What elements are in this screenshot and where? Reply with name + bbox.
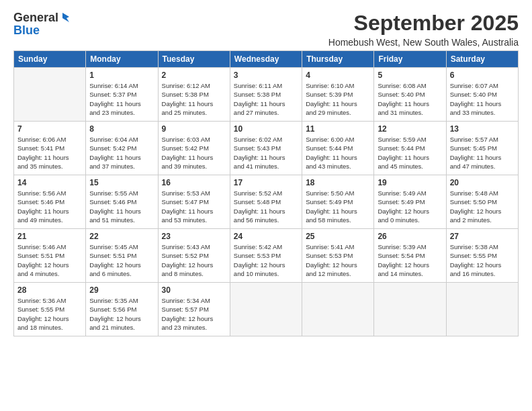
day-number: 26 [378,232,442,241]
day-number: 25 [306,232,370,241]
day-number: 7 [17,124,82,134]
col-header-saturday: Saturday [446,51,518,68]
day-number: 15 [89,178,154,187]
calendar-cell: 13Sunrise: 5:57 AM Sunset: 5:45 PM Dayli… [446,122,518,175]
day-detail: Sunrise: 6:12 AM Sunset: 5:38 PM Dayligh… [162,81,226,117]
calendar-cell: 17Sunrise: 5:52 AM Sunset: 5:48 PM Dayli… [230,175,302,229]
logo-bird-icon [60,11,72,24]
logo: General Blue [13,11,72,38]
calendar-cell [14,68,86,122]
day-detail: Sunrise: 6:02 AM Sunset: 5:43 PM Dayligh… [234,135,298,171]
col-header-wednesday: Wednesday [230,51,302,68]
day-detail: Sunrise: 6:08 AM Sunset: 5:40 PM Dayligh… [378,81,442,117]
day-detail: Sunrise: 6:14 AM Sunset: 5:37 PM Dayligh… [89,81,154,117]
day-detail: Sunrise: 6:10 AM Sunset: 5:39 PM Dayligh… [306,81,370,117]
calendar-cell: 9Sunrise: 6:03 AM Sunset: 5:42 PM Daylig… [158,122,230,175]
svg-marker-0 [62,13,69,22]
col-header-tuesday: Tuesday [158,51,230,68]
calendar-cell: 18Sunrise: 5:50 AM Sunset: 5:49 PM Dayli… [302,175,374,229]
day-detail: Sunrise: 6:07 AM Sunset: 5:40 PM Dayligh… [450,81,515,117]
day-detail: Sunrise: 6:00 AM Sunset: 5:44 PM Dayligh… [306,135,370,171]
day-detail: Sunrise: 5:57 AM Sunset: 5:45 PM Dayligh… [450,135,515,171]
page-container: General Blue September 2025 Homebush Wes… [0,0,532,343]
calendar-cell: 30Sunrise: 5:34 AM Sunset: 5:57 PM Dayli… [158,283,230,336]
calendar-cell: 5Sunrise: 6:08 AM Sunset: 5:40 PM Daylig… [374,68,446,122]
day-number: 2 [162,71,226,80]
calendar-cell: 25Sunrise: 5:41 AM Sunset: 5:53 PM Dayli… [302,229,374,283]
day-number: 14 [17,178,82,187]
calendar-cell: 24Sunrise: 5:42 AM Sunset: 5:53 PM Dayli… [230,229,302,283]
day-detail: Sunrise: 5:34 AM Sunset: 5:57 PM Dayligh… [162,296,226,332]
calendar-cell: 11Sunrise: 6:00 AM Sunset: 5:44 PM Dayli… [302,122,374,175]
day-number: 22 [89,232,154,241]
day-number: 3 [234,71,298,80]
calendar-cell: 1Sunrise: 6:14 AM Sunset: 5:37 PM Daylig… [86,68,158,122]
week-row-1: 1Sunrise: 6:14 AM Sunset: 5:37 PM Daylig… [14,68,519,122]
day-detail: Sunrise: 6:03 AM Sunset: 5:42 PM Dayligh… [162,135,226,171]
day-detail: Sunrise: 5:52 AM Sunset: 5:48 PM Dayligh… [234,189,298,224]
day-detail: Sunrise: 5:36 AM Sunset: 5:55 PM Dayligh… [17,296,82,332]
day-number: 21 [17,232,82,241]
calendar-table: SundayMondayTuesdayWednesdayThursdayFrid… [13,50,519,336]
day-number: 5 [378,71,442,80]
calendar-cell: 10Sunrise: 6:02 AM Sunset: 5:43 PM Dayli… [230,122,302,175]
calendar-cell: 2Sunrise: 6:12 AM Sunset: 5:38 PM Daylig… [158,68,230,122]
day-number: 19 [378,178,442,187]
calendar-cell: 23Sunrise: 5:43 AM Sunset: 5:52 PM Dayli… [158,229,230,283]
day-number: 9 [162,124,226,134]
day-detail: Sunrise: 6:06 AM Sunset: 5:41 PM Dayligh… [17,135,82,171]
day-number: 8 [89,124,154,134]
week-row-2: 7Sunrise: 6:06 AM Sunset: 5:41 PM Daylig… [14,122,519,175]
calendar-cell: 20Sunrise: 5:48 AM Sunset: 5:50 PM Dayli… [446,175,518,229]
day-detail: Sunrise: 5:53 AM Sunset: 5:47 PM Dayligh… [162,189,226,224]
title-area: September 2025 Homebush West, New South … [328,11,519,48]
calendar-cell: 29Sunrise: 5:35 AM Sunset: 5:56 PM Dayli… [86,283,158,336]
calendar-cell: 22Sunrise: 5:45 AM Sunset: 5:51 PM Dayli… [86,229,158,283]
col-header-sunday: Sunday [14,51,86,68]
logo-line1: General [13,11,72,25]
calendar-cell: 6Sunrise: 6:07 AM Sunset: 5:40 PM Daylig… [446,68,518,122]
day-number: 20 [450,178,515,187]
col-header-monday: Monday [86,51,158,68]
day-number: 23 [162,232,226,241]
day-number: 18 [306,178,370,187]
day-number: 28 [17,285,82,295]
week-row-4: 21Sunrise: 5:46 AM Sunset: 5:51 PM Dayli… [14,229,519,283]
col-header-friday: Friday [374,51,446,68]
calendar-cell: 14Sunrise: 5:56 AM Sunset: 5:46 PM Dayli… [14,175,86,229]
calendar-cell: 26Sunrise: 5:39 AM Sunset: 5:54 PM Dayli… [374,229,446,283]
day-detail: Sunrise: 5:38 AM Sunset: 5:55 PM Dayligh… [450,242,515,278]
col-header-thursday: Thursday [302,51,374,68]
day-detail: Sunrise: 5:49 AM Sunset: 5:49 PM Dayligh… [378,189,442,224]
day-number: 4 [306,71,370,80]
calendar-cell [446,283,518,336]
day-number: 27 [450,232,515,241]
calendar-cell [374,283,446,336]
calendar-cell: 3Sunrise: 6:11 AM Sunset: 5:38 PM Daylig… [230,68,302,122]
header: General Blue September 2025 Homebush Wes… [13,11,519,48]
day-number: 17 [234,178,298,187]
day-number: 24 [234,232,298,241]
day-number: 16 [162,178,226,187]
calendar-cell: 15Sunrise: 5:55 AM Sunset: 5:46 PM Dayli… [86,175,158,229]
day-detail: Sunrise: 5:56 AM Sunset: 5:46 PM Dayligh… [17,189,82,224]
calendar-cell: 19Sunrise: 5:49 AM Sunset: 5:49 PM Dayli… [374,175,446,229]
day-detail: Sunrise: 5:55 AM Sunset: 5:46 PM Dayligh… [89,189,154,224]
day-number: 30 [162,285,226,295]
day-detail: Sunrise: 5:59 AM Sunset: 5:44 PM Dayligh… [378,135,442,171]
day-detail: Sunrise: 5:39 AM Sunset: 5:54 PM Dayligh… [378,242,442,278]
calendar-cell: 12Sunrise: 5:59 AM Sunset: 5:44 PM Dayli… [374,122,446,175]
day-detail: Sunrise: 5:48 AM Sunset: 5:50 PM Dayligh… [450,189,515,224]
day-detail: Sunrise: 5:43 AM Sunset: 5:52 PM Dayligh… [162,242,226,278]
day-detail: Sunrise: 5:35 AM Sunset: 5:56 PM Dayligh… [89,296,154,332]
day-detail: Sunrise: 6:11 AM Sunset: 5:38 PM Dayligh… [234,81,298,117]
logo-general: General [13,11,58,25]
calendar-cell: 16Sunrise: 5:53 AM Sunset: 5:47 PM Dayli… [158,175,230,229]
week-row-5: 28Sunrise: 5:36 AM Sunset: 5:55 PM Dayli… [14,283,519,336]
day-number: 29 [89,285,154,295]
month-title: September 2025 [328,11,519,36]
calendar-cell: 21Sunrise: 5:46 AM Sunset: 5:51 PM Dayli… [14,229,86,283]
day-number: 1 [89,71,154,80]
calendar-cell [230,283,302,336]
day-number: 11 [306,124,370,134]
